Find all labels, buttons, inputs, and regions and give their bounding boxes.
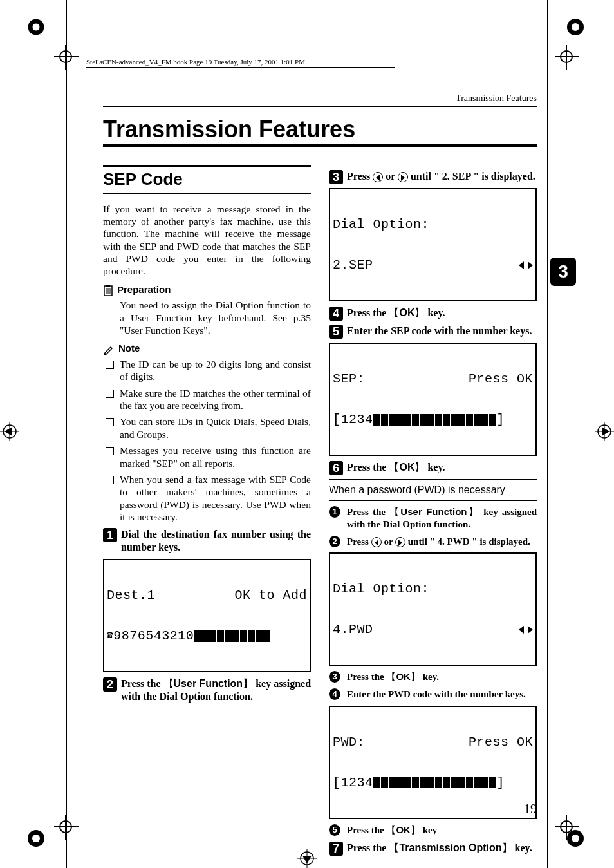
step-2: 2 Press the User Function key assigned w… xyxy=(103,677,311,703)
note-heading: Note xyxy=(103,343,311,355)
crop-line-top xyxy=(0,41,614,41)
pwd-step-1: 1 Press the User Function key assigned w… xyxy=(329,506,537,531)
step-bullet-icon: 4 xyxy=(329,688,340,700)
right-column: 3 Press or until " 2. SEP " is displayed… xyxy=(329,165,537,860)
step-4: 4 Press the OK key. xyxy=(329,307,537,319)
lcd-dialopt-sep-line2: 2.SEP xyxy=(333,258,373,272)
crop-line-left xyxy=(66,0,67,868)
running-head: Transmission Features xyxy=(103,93,537,107)
note-list: The ID can be up to 20 digits long and c… xyxy=(106,358,311,524)
lcd-dialopt-pwd-line2: 4.PWD xyxy=(333,623,373,636)
lcd-sep-line1-right: Press OK xyxy=(469,372,533,386)
ok-key: OK xyxy=(389,462,425,473)
step-3-text-c: until " 2. SEP " is displayed. xyxy=(408,171,535,182)
svg-marker-27 xyxy=(519,261,524,269)
crop-line-right xyxy=(547,0,548,868)
step-4-text-a: Press the xyxy=(347,307,389,318)
lcd-dest: Dest.1 OK to Add ☎9876543210 xyxy=(103,559,311,672)
pwd-step-2c: until " 4. PWD " is displayed. xyxy=(405,536,530,547)
step-3: 3 Press or until " 2. SEP " is displayed… xyxy=(329,170,537,183)
step-7-text-b: key. xyxy=(512,842,532,853)
pwd-step-5b: key xyxy=(420,825,437,835)
svg-rect-23 xyxy=(106,285,110,287)
pwd-step-2b: or xyxy=(382,536,395,547)
page-number: 19 xyxy=(524,802,537,816)
pwd-step-5: 5 Press the OK key xyxy=(329,824,537,836)
lcd-dialopt-sep: Dial Option: 2.SEP xyxy=(329,188,537,301)
note-label: Note xyxy=(118,343,140,354)
step-1: 1 Dial the destination fax number using … xyxy=(103,528,311,554)
lcd-sep-value: [1234 xyxy=(333,412,373,427)
step-7-text-a: Press the xyxy=(347,842,389,853)
pwd-step-4: 4 Enter the PWD code with the number key… xyxy=(329,688,537,701)
step-3-text-b: or xyxy=(383,171,398,182)
pwd-step-3a: Press the xyxy=(347,672,386,682)
ok-key: OK xyxy=(386,824,420,835)
registration-cross-tr xyxy=(557,48,577,67)
step-5-text: Enter the SEP code with the number keys. xyxy=(347,325,532,336)
registration-cross-br xyxy=(557,818,577,837)
step-4-text-b: key. xyxy=(425,307,445,318)
step-6: 6 Press the OK key. xyxy=(329,461,537,474)
step-number-icon: 2 xyxy=(103,677,117,692)
preparation-label: Preparation xyxy=(117,284,171,295)
svg-marker-30 xyxy=(528,626,533,634)
lcd-sep-suffix: ] xyxy=(497,412,505,427)
preparation-text: You need to assign the Dial Option funct… xyxy=(120,299,311,336)
step-1-text: Dial the destination fax number using th… xyxy=(121,529,311,552)
right-arrow-icon xyxy=(398,172,408,182)
user-function-key: User Function xyxy=(163,678,254,689)
lcd-block-cursor xyxy=(373,413,497,426)
note-item: When you send a fax message with SEP Cod… xyxy=(106,473,311,524)
divider xyxy=(329,479,537,480)
intro-paragraph: If you want to receive a message stored … xyxy=(103,203,311,278)
svg-marker-28 xyxy=(528,261,533,269)
lcd-dialopt-sep-line1: Dial Option: xyxy=(333,218,533,231)
transmission-option-key: Transmission Option xyxy=(389,842,512,853)
pwd-step-4-text: Enter the PWD code with the number keys. xyxy=(347,689,526,699)
step-number-icon: 4 xyxy=(329,307,343,321)
pwd-step-3: 3 Press the OK key. xyxy=(329,671,537,683)
registration-cross-bl xyxy=(57,818,76,837)
lcd-dest-line1-right: OK to Add xyxy=(234,589,307,602)
svg-point-7 xyxy=(32,835,40,842)
registration-mark-bl xyxy=(24,827,50,853)
lcd-sep-line1-left: SEP: xyxy=(333,372,365,386)
pwd-step-2a: Press xyxy=(347,536,371,547)
step-bullet-icon: 2 xyxy=(329,536,340,547)
step-7: 7 Press the Transmission Option key. xyxy=(329,842,537,854)
left-right-triangles-icon xyxy=(519,258,533,272)
lcd-pwd-suffix: ] xyxy=(497,775,505,790)
pencil-icon xyxy=(103,343,115,355)
step-number-icon: 1 xyxy=(103,528,117,542)
svg-marker-29 xyxy=(519,626,524,634)
lcd-dialopt-pwd-line1: Dial Option: xyxy=(333,582,533,596)
registration-cross-tl xyxy=(57,48,76,67)
lcd-dest-line1-left: Dest.1 xyxy=(107,589,155,602)
chapter-title: Transmission Features xyxy=(103,116,537,147)
note-item: Messages you receive using this function… xyxy=(106,444,311,469)
lcd-pwd-entry: PWD: Press OK [1234] xyxy=(329,706,537,819)
step-number-icon: 3 xyxy=(329,170,343,184)
step-6-text-a: Press the xyxy=(347,462,389,473)
step-number-icon: 6 xyxy=(329,461,343,475)
step-bullet-icon: 3 xyxy=(329,671,340,683)
divider xyxy=(329,500,537,501)
pwd-subsection: When a password (PWD) is necessary 1 Pre… xyxy=(329,479,537,836)
pwd-step-3b: key. xyxy=(420,672,439,682)
registration-arrow-right xyxy=(595,422,614,441)
step-5: 5 Enter the SEP code with the number key… xyxy=(329,325,537,337)
section-title: SEP Code xyxy=(103,165,311,194)
left-column: SEP Code If you want to receive a messag… xyxy=(103,165,311,860)
preparation-heading: Preparation xyxy=(103,284,311,297)
svg-point-5 xyxy=(572,23,579,31)
ok-key: OK xyxy=(389,307,425,318)
user-function-key: User Function xyxy=(389,506,479,517)
chapter-tab: 3 xyxy=(550,258,576,286)
left-arrow-icon xyxy=(371,537,382,547)
lcd-sep-entry: SEP: Press OK [1234] xyxy=(329,343,537,456)
clipboard-icon xyxy=(103,284,113,296)
step-number-icon: 7 xyxy=(329,842,343,856)
lcd-block-cursor xyxy=(373,776,497,789)
step-bullet-icon: 5 xyxy=(329,824,340,836)
